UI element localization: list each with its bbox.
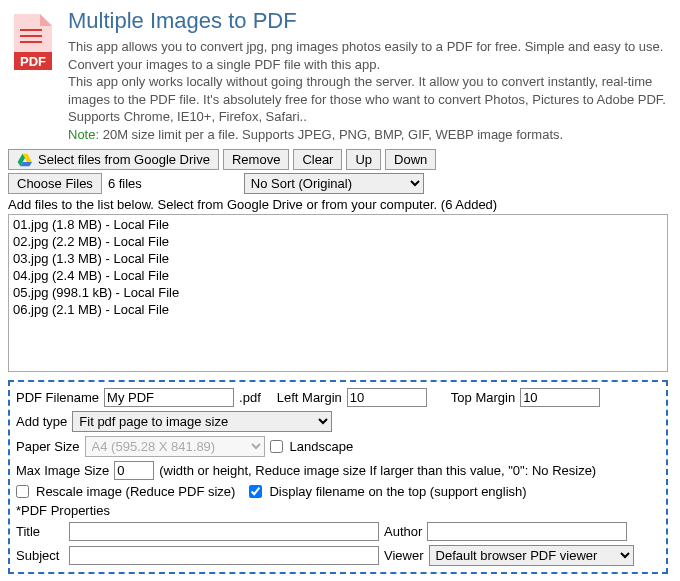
display-filename-checkbox[interactable] [249, 485, 262, 498]
left-margin-label: Left Margin [277, 390, 342, 405]
remove-button[interactable]: Remove [223, 149, 289, 170]
paper-size-label: Paper Size [16, 439, 80, 454]
file-list-item[interactable]: 05.jpg (998.1 kB) - Local File [13, 285, 663, 302]
top-margin-label: Top Margin [451, 390, 515, 405]
choose-files-button[interactable]: Choose Files [8, 173, 102, 194]
select-from-gdrive-button[interactable]: Select files from Google Drive [8, 149, 219, 170]
file-list-item[interactable]: 04.jpg (2.4 MB) - Local File [13, 268, 663, 285]
sort-select[interactable]: No Sort (Original) [244, 173, 424, 194]
max-image-size-label: Max Image Size [16, 463, 109, 478]
chosen-files-text: 6 files [108, 176, 142, 191]
up-button[interactable]: Up [346, 149, 381, 170]
pdf-icon: PDF [8, 12, 58, 72]
file-list-item[interactable]: 02.jpg (2.2 MB) - Local File [13, 234, 663, 251]
note-text: 20M size limit per a file. Supports JPEG… [99, 127, 563, 142]
description-2: This app only works locally without goin… [68, 73, 672, 126]
options-panel: PDF Filename .pdf Left Margin Top Margin… [8, 380, 668, 574]
title-input[interactable] [69, 522, 379, 541]
clear-button[interactable]: Clear [293, 149, 342, 170]
landscape-label: Landscape [290, 439, 354, 454]
file-list[interactable]: 01.jpg (1.8 MB) - Local File 02.jpg (2.2… [8, 214, 668, 372]
paper-size-select: A4 (595.28 X 841.89) [85, 436, 265, 457]
landscape-checkbox[interactable] [270, 440, 283, 453]
subject-input[interactable] [69, 546, 379, 565]
file-list-item[interactable]: 03.jpg (1.3 MB) - Local File [13, 251, 663, 268]
down-button[interactable]: Down [385, 149, 436, 170]
rescale-checkbox[interactable] [16, 485, 29, 498]
pdf-filename-input[interactable] [104, 388, 234, 407]
file-list-item[interactable]: 01.jpg (1.8 MB) - Local File [13, 217, 663, 234]
viewer-select[interactable]: Default browser PDF viewer [429, 545, 634, 566]
display-filename-label: Display filename on the top (support eng… [269, 484, 526, 499]
title-label: Title [16, 524, 64, 539]
add-type-label: Add type [16, 414, 67, 429]
pdf-extension: .pdf [239, 390, 261, 405]
left-margin-input[interactable] [347, 388, 427, 407]
add-type-select[interactable]: Fit pdf page to image size [72, 411, 332, 432]
top-margin-input[interactable] [520, 388, 600, 407]
file-list-item[interactable]: 06.jpg (2.1 MB) - Local File [13, 302, 663, 319]
note-label: Note: [68, 127, 99, 142]
add-files-hint: Add files to the list below. Select from… [8, 197, 672, 212]
gdrive-button-label: Select files from Google Drive [38, 152, 210, 167]
gdrive-icon [17, 153, 33, 167]
svg-text:PDF: PDF [20, 54, 46, 69]
subject-label: Subject [16, 548, 64, 563]
max-image-size-input[interactable] [114, 461, 154, 480]
pdf-filename-label: PDF Filename [16, 390, 99, 405]
page-title: Multiple Images to PDF [68, 8, 672, 34]
viewer-label: Viewer [384, 548, 424, 563]
note: Note: 20M size limit per a file. Support… [68, 126, 672, 144]
author-label: Author [384, 524, 422, 539]
author-input[interactable] [427, 522, 627, 541]
description-1: This app allows you to convert jpg, png … [68, 38, 672, 73]
max-image-size-hint: (width or height, Reduce image size If l… [159, 463, 596, 478]
pdf-properties-header: *PDF Properties [16, 503, 110, 518]
rescale-label: Rescale image (Reduce PDF size) [36, 484, 235, 499]
